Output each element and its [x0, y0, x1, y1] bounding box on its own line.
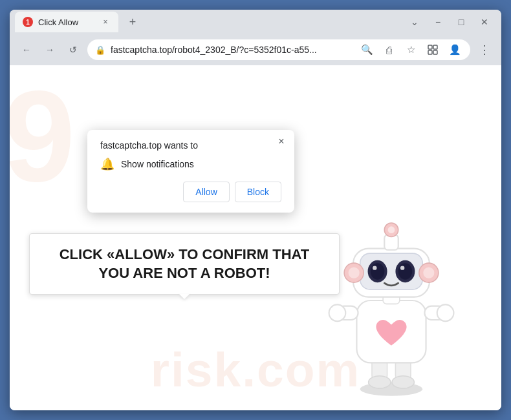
bell-icon: 🔔 [100, 157, 114, 171]
notification-text: Show notifications [121, 159, 194, 169]
page-content: 9 risk.com × fastcaptcha.top wants to 🔔 … [10, 65, 501, 410]
profile-icon[interactable]: 👤 [447, 42, 462, 58]
window-controls: ⌄ − □ ✕ [408, 17, 496, 27]
tab-close-button[interactable]: × [100, 17, 111, 27]
svg-point-11 [329, 304, 346, 321]
url-text: fastcaptcha.top/robot4_2302_B/?c=5352f01… [111, 45, 349, 55]
svg-point-29 [423, 268, 434, 278]
svg-point-25 [388, 226, 395, 233]
url-bar[interactable]: 🔒 fastcaptcha.top/robot4_2302_B/?c=5352f… [87, 39, 470, 60]
menu-button[interactable]: ⋮ [475, 41, 494, 59]
search-icon[interactable]: 🔍 [359, 42, 375, 58]
extension-icon[interactable] [425, 42, 440, 58]
svg-rect-2 [428, 50, 432, 54]
close-window-button[interactable]: ✕ [478, 17, 491, 27]
forward-button[interactable]: → [41, 41, 59, 59]
svg-rect-0 [428, 45, 432, 49]
notification-row: 🔔 Show notifications [100, 157, 281, 171]
robot-svg [320, 204, 462, 397]
svg-point-19 [373, 266, 376, 269]
svg-point-13 [437, 304, 454, 321]
svg-point-18 [371, 263, 384, 280]
svg-point-21 [398, 263, 412, 280]
lock-icon: 🔒 [95, 45, 105, 55]
minimize-button[interactable]: − [431, 17, 444, 27]
reload-button[interactable]: ↺ [64, 41, 82, 59]
robot-illustration [320, 204, 462, 397]
address-bar: ← → ↺ 🔒 fastcaptcha.top/robot4_2302_B/?c… [10, 34, 501, 65]
popup-buttons: Allow Block [100, 182, 281, 202]
svg-point-22 [400, 266, 404, 269]
captcha-instruction-text: CLICK «ALLOW» TO CONFIRM THAT YOU ARE NO… [43, 246, 326, 282]
svg-point-27 [349, 268, 360, 278]
back-button[interactable]: ← [17, 41, 36, 59]
browser-tab[interactable]: 1 Click Allow × [15, 12, 118, 32]
svg-point-8 [392, 376, 414, 388]
allow-button[interactable]: Allow [183, 182, 229, 202]
url-toolbar: 🔍 ⎙ ☆ 👤 [359, 42, 462, 58]
new-tab-button[interactable]: + [124, 13, 142, 31]
tab-favicon: 1 [23, 17, 33, 27]
svg-rect-3 [433, 50, 437, 54]
browser-window: 1 Click Allow × + ⌄ − □ ✕ ← → ↺ 🔒 fastca… [10, 10, 501, 410]
maximize-button[interactable]: □ [455, 17, 468, 27]
share-icon[interactable]: ⎙ [381, 42, 397, 58]
title-bar: 1 Click Allow × + ⌄ − □ ✕ [10, 10, 501, 34]
block-button[interactable]: Block [235, 182, 281, 202]
captcha-speech-bubble: CLICK «ALLOW» TO CONFIRM THAT YOU ARE NO… [29, 233, 340, 295]
svg-rect-1 [433, 45, 437, 49]
popup-close-button[interactable]: × [275, 135, 288, 148]
permission-popup: × fastcaptcha.top wants to 🔔 Show notifi… [87, 130, 294, 213]
tab-title: Click Allow [38, 17, 95, 27]
svg-point-7 [369, 376, 391, 388]
popup-title: fastcaptcha.top wants to [100, 140, 281, 151]
bookmark-icon[interactable]: ☆ [403, 42, 419, 58]
chevron-down-icon[interactable]: ⌄ [408, 17, 421, 27]
